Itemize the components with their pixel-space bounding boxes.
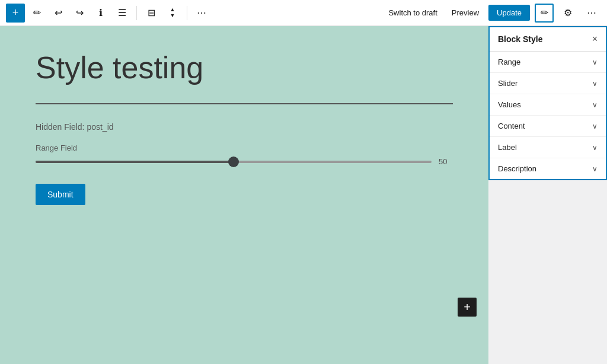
range-fill bbox=[36, 161, 234, 163]
panel-item-values-label: Values bbox=[498, 100, 521, 109]
block-view-icon: ⊟ bbox=[148, 7, 155, 18]
chevron-down-icon: ∨ bbox=[592, 122, 598, 130]
pencil-icon: ✏ bbox=[33, 7, 41, 18]
panel-item-content-label: Content bbox=[498, 122, 525, 130]
range-value: 50 bbox=[439, 157, 453, 166]
divider bbox=[36, 103, 453, 104]
main-layout: Style testing Hidden Field: post_id Rang… bbox=[0, 26, 607, 364]
panel-item-slider-label: Slider bbox=[498, 79, 517, 88]
range-thumb[interactable] bbox=[228, 157, 239, 167]
toolbar-right: Switch to draft Preview Update ✏ ⚙ ⋯ bbox=[384, 4, 601, 23]
preview-button[interactable]: Preview bbox=[447, 5, 484, 21]
pencil-button[interactable]: ✏ bbox=[27, 4, 46, 23]
add-block-bottom-button[interactable]: + bbox=[458, 298, 477, 317]
chevron-down-icon: ∨ bbox=[592, 58, 598, 66]
arrow-down-icon: ▼ bbox=[170, 13, 175, 18]
panel-item-description[interactable]: Description ∨ bbox=[490, 158, 606, 179]
chevron-down-icon: ∨ bbox=[592, 79, 598, 88]
settings-button[interactable]: ⚙ bbox=[558, 4, 577, 23]
redo-icon: ↪ bbox=[76, 7, 84, 18]
info-icon: ℹ bbox=[99, 7, 103, 18]
update-button[interactable]: Update bbox=[488, 5, 530, 21]
more-options-button[interactable]: ⋯ bbox=[192, 4, 211, 23]
chevron-down-icon: ∨ bbox=[592, 101, 598, 109]
more-options-icon: ⋯ bbox=[197, 7, 206, 18]
panel-item-label[interactable]: Label ∨ bbox=[490, 137, 606, 158]
panel-item-description-label: Description bbox=[498, 164, 536, 173]
toolbar: + ✏ ↩ ↪ ℹ ☰ ⊟ ▲ ▼ ⋯ Switch to draf bbox=[0, 0, 607, 26]
panel-title: Block Style bbox=[498, 34, 542, 44]
info-button[interactable]: ℹ bbox=[91, 4, 110, 23]
style-icon-button[interactable]: ✏ bbox=[535, 4, 554, 23]
undo-button[interactable]: ↩ bbox=[49, 4, 68, 23]
block-view-button[interactable]: ⊟ bbox=[142, 4, 161, 23]
editor-area: Style testing Hidden Field: post_id Rang… bbox=[0, 26, 488, 364]
range-row: 50 bbox=[36, 157, 453, 166]
kebab-icon: ⋯ bbox=[587, 7, 596, 18]
kebab-menu-button[interactable]: ⋯ bbox=[582, 4, 601, 23]
toolbar-separator2 bbox=[187, 6, 187, 20]
undo-icon: ↩ bbox=[55, 7, 62, 18]
panel-item-slider[interactable]: Slider ∨ bbox=[490, 73, 606, 94]
list-icon: ☰ bbox=[118, 7, 126, 18]
toolbar-left: + ✏ ↩ ↪ ℹ ☰ ⊟ ▲ ▼ ⋯ bbox=[6, 4, 381, 23]
panel-item-values[interactable]: Values ∨ bbox=[490, 94, 606, 116]
panel-item-label-text: Label bbox=[498, 143, 517, 152]
panel-item-content[interactable]: Content ∨ bbox=[490, 116, 606, 137]
page-title: Style testing bbox=[36, 50, 453, 85]
chevron-down-icon: ∨ bbox=[592, 143, 598, 152]
panel-item-range[interactable]: Range ∨ bbox=[490, 52, 606, 73]
add-block-button[interactable]: + bbox=[6, 4, 25, 23]
panel-item-range-label: Range bbox=[498, 58, 520, 66]
list-button[interactable]: ☰ bbox=[113, 4, 132, 23]
style-icon: ✏ bbox=[541, 7, 548, 18]
arrow-up-icon: ▲ bbox=[170, 7, 175, 12]
hidden-field-label: Hidden Field: post_id bbox=[36, 122, 453, 132]
panel-close-button[interactable]: × bbox=[592, 34, 598, 44]
redo-button[interactable]: ↪ bbox=[70, 4, 89, 23]
block-style-panel: Block Style × Range ∨ Slider ∨ Values ∨ … bbox=[488, 26, 607, 180]
range-field-label: Range Field bbox=[36, 143, 453, 152]
toolbar-separator bbox=[136, 6, 137, 20]
panel-header: Block Style × bbox=[490, 27, 606, 52]
range-track bbox=[36, 161, 432, 163]
switch-to-draft-button[interactable]: Switch to draft bbox=[384, 5, 442, 21]
submit-button[interactable]: Submit bbox=[36, 184, 85, 205]
arrows-button[interactable]: ▲ ▼ bbox=[163, 4, 182, 23]
chevron-down-icon: ∨ bbox=[592, 165, 598, 173]
gear-icon: ⚙ bbox=[564, 7, 572, 18]
